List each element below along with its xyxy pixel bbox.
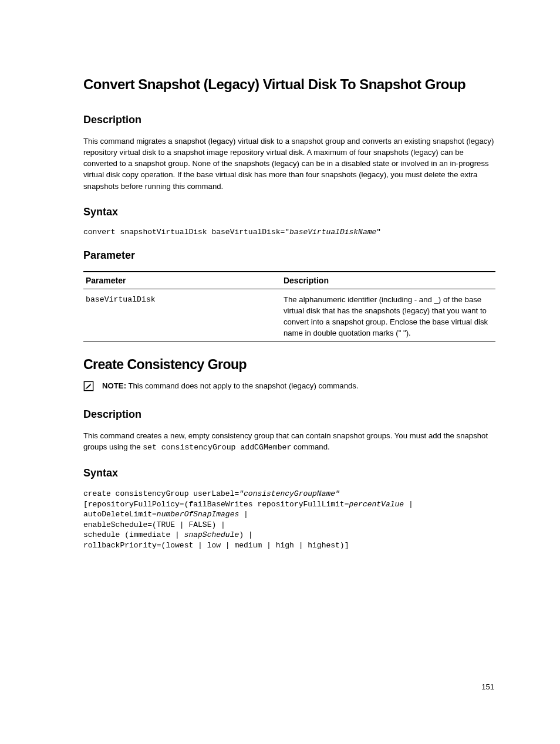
- parameter-table: Parameter Description baseVirtualDisk Th…: [83, 271, 495, 342]
- note-block: NOTE: This command does not apply to the…: [83, 381, 495, 391]
- description-body-1: This command migrates a snapshot (legacy…: [83, 136, 495, 192]
- note-icon: [83, 381, 94, 391]
- syntax-code-2: create consistencyGroup userLabel="consi…: [83, 489, 495, 550]
- note-label: NOTE:: [102, 381, 126, 390]
- section-title-convert: Convert Snapshot (Legacy) Virtual Disk T…: [83, 76, 495, 93]
- heading-syntax-2: Syntax: [83, 467, 495, 479]
- heading-syntax-1: Syntax: [83, 206, 495, 218]
- th-parameter: Parameter: [83, 272, 281, 289]
- heading-parameter: Parameter: [83, 249, 495, 262]
- document-page: Convert Snapshot (Legacy) Virtual Disk T…: [0, 0, 560, 744]
- td-param-name: baseVirtualDisk: [83, 289, 281, 341]
- heading-description-1: Description: [83, 114, 495, 126]
- table-header-row: Parameter Description: [83, 272, 495, 289]
- note-text: NOTE: This command does not apply to the…: [102, 381, 359, 391]
- note-body: This command does not apply to the snaps…: [126, 381, 359, 390]
- th-description: Description: [281, 272, 495, 289]
- table-row: baseVirtualDisk The alphanumeric identif…: [83, 289, 495, 341]
- td-param-desc: The alphanumeric identifier (including -…: [281, 289, 495, 341]
- heading-description-2: Description: [83, 408, 495, 421]
- description-body-2: This command creates a new, empty consis…: [83, 430, 495, 453]
- section-title-create: Create Consistency Group: [83, 357, 495, 373]
- syntax-code-1: convert snapshotVirtualDisk baseVirtualD…: [83, 228, 495, 236]
- page-number: 151: [481, 682, 494, 691]
